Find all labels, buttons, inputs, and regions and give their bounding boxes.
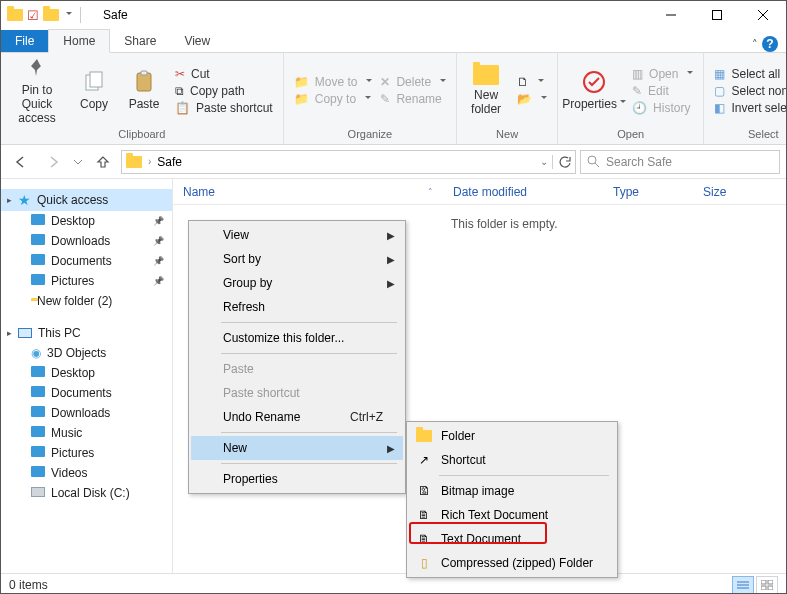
submenu-bitmap[interactable]: 🖻Bitmap image [409,479,615,503]
minimize-button[interactable] [648,1,694,29]
col-date-modified[interactable]: Date modified [443,185,603,199]
nav-item[interactable]: Music [1,423,172,443]
address-bar: › Safe ⌄ Search Safe [1,145,786,179]
nav-item[interactable]: Desktop📌 [1,211,172,231]
ctx-paste-shortcut: Paste shortcut [191,381,403,405]
submenu-rtf[interactable]: 🗎Rich Text Document [409,503,615,527]
tab-view[interactable]: View [170,30,224,52]
history-button[interactable]: 🕘History [632,101,693,115]
nav-item[interactable]: Local Disk (C:) [1,483,172,503]
edit-button[interactable]: ✎Edit [632,84,693,98]
nav-item[interactable]: ◉3D Objects [1,343,172,363]
col-name[interactable]: Name˄ [173,185,443,199]
ctx-customize[interactable]: Customize this folder... [191,326,403,350]
submenu-shortcut[interactable]: ↗Shortcut [409,448,615,472]
col-size[interactable]: Size [693,185,753,199]
up-button[interactable] [89,150,117,174]
folder-icon [415,430,433,442]
nav-item[interactable]: Desktop [1,363,172,383]
qat-dropdown-icon[interactable] [63,12,72,18]
folder-icon [31,214,45,228]
submenu-folder[interactable]: Folder [409,424,615,448]
paste-shortcut-button[interactable]: 📋Paste shortcut [175,101,273,115]
new-item-button[interactable]: 🗋 [517,75,547,89]
close-button[interactable] [740,1,786,29]
nav-item[interactable]: New folder (2) [1,291,172,311]
nav-item[interactable]: Downloads📌 [1,231,172,251]
pc-icon [18,328,32,338]
view-details-button[interactable] [732,576,754,594]
delete-button[interactable]: ✕Delete [380,75,446,89]
easy-access-button[interactable]: 📂 [517,92,547,106]
nav-this-pc[interactable]: ▸ This PC [1,323,172,343]
view-thumbnails-button[interactable] [756,576,778,594]
submenu-arrow-icon: ▶ [387,254,395,265]
open-button[interactable]: ▥Open [632,67,693,81]
col-type[interactable]: Type [603,185,693,199]
new-folder-button[interactable]: New folder [461,56,511,126]
ribbon: Pin to Quick access Copy Paste ✂Cut ⧉Cop… [1,53,786,145]
nav-item[interactable]: Pictures📌 [1,271,172,291]
ctx-refresh[interactable]: Refresh [191,295,403,319]
submenu-zip[interactable]: ▯Compressed (zipped) Folder [409,551,615,575]
scissors-icon: ✂ [175,67,185,81]
maximize-button[interactable] [694,1,740,29]
qat-properties-icon[interactable]: ☑ [27,8,39,23]
copy-button[interactable]: Copy [69,56,119,126]
rename-icon: ✎ [380,92,390,106]
tab-share[interactable]: Share [110,30,170,52]
ctx-new[interactable]: New▶ [191,436,403,460]
nav-item[interactable]: Pictures [1,443,172,463]
image-icon: 🖻 [415,484,433,498]
search-input[interactable]: Search Safe [580,150,780,174]
invert-selection-button[interactable]: ◧Invert selection [714,101,787,115]
help-icon[interactable]: ? [762,36,778,52]
x-icon: ✕ [380,75,390,89]
move-to-button[interactable]: 📁Move to [294,75,373,89]
select-none-button[interactable]: ▢Select none [714,84,787,98]
copy-path-button[interactable]: ⧉Copy path [175,84,273,98]
submenu-text-document[interactable]: 🗎Text Document [409,527,615,551]
ctx-group-by[interactable]: Group by▶ [191,271,403,295]
folder-icon [43,9,59,21]
nav-item[interactable]: Documents [1,383,172,403]
ctx-sort-by[interactable]: Sort by▶ [191,247,403,271]
address-field[interactable]: › Safe ⌄ [121,150,576,174]
nav-item[interactable]: Downloads [1,403,172,423]
paste-button[interactable]: Paste [119,56,169,126]
nav-quick-access[interactable]: ▸ ★ Quick access [1,189,172,211]
status-bar: 0 items [1,573,786,594]
copy-to-button[interactable]: 📁Copy to [294,92,373,106]
ctx-properties[interactable]: Properties [191,467,403,491]
new-submenu: Folder ↗Shortcut 🖻Bitmap image 🗎Rich Tex… [406,421,618,578]
svg-rect-16 [761,586,766,590]
submenu-arrow-icon: ▶ [387,443,395,454]
nav-item[interactable]: Videos [1,463,172,483]
svg-line-10 [595,163,599,167]
properties-button[interactable]: Properties [562,56,626,126]
nav-pane[interactable]: ▸ ★ Quick access Desktop📌Downloads📌Docum… [1,179,173,573]
pin-icon: 📌 [153,216,164,226]
tab-file[interactable]: File [1,30,48,52]
folder-icon [126,156,142,168]
ctx-paste: Paste [191,357,403,381]
nav-item[interactable]: Documents📌 [1,251,172,271]
easy-access-icon: 📂 [517,92,532,106]
pin-to-quick-access-button[interactable]: Pin to Quick access [5,56,69,126]
address-segment[interactable]: Safe [157,155,182,169]
folder-icon [7,9,23,21]
ctx-view[interactable]: View▶ [191,223,403,247]
tab-home[interactable]: Home [48,29,110,53]
rename-button[interactable]: ✎Rename [380,92,446,106]
pin-icon: 📌 [153,256,164,266]
folder-icon [31,466,45,480]
refresh-button[interactable] [557,155,571,169]
collapse-ribbon-icon[interactable]: ˄ [752,38,758,51]
forward-button[interactable] [39,150,67,174]
cut-button[interactable]: ✂Cut [175,67,273,81]
back-button[interactable] [7,150,35,174]
select-all-button[interactable]: ▦Select all [714,67,787,81]
ctx-undo-rename[interactable]: Undo RenameCtrl+Z [191,405,403,429]
recent-dropdown[interactable] [71,150,85,174]
address-dropdown-icon[interactable]: ⌄ [540,156,548,167]
